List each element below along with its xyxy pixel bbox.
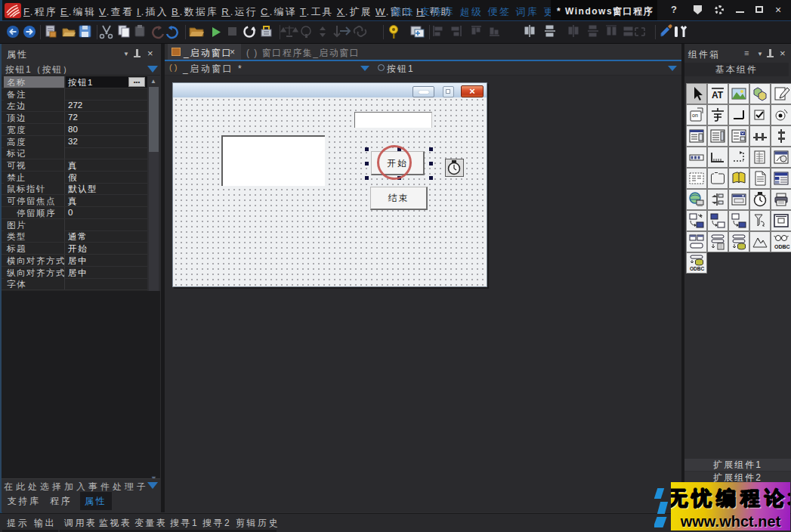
svg-text:ODBC: ODBC xyxy=(690,266,704,271)
svg-text:AT: AT xyxy=(712,90,724,101)
svg-text:on: on xyxy=(692,113,698,118)
svg-text:ODBC: ODBC xyxy=(774,244,790,249)
